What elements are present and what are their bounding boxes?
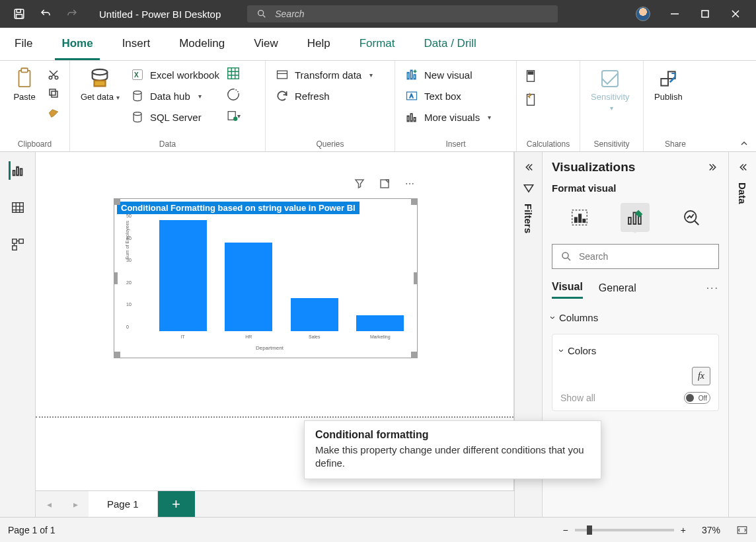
svg-rect-48 bbox=[634, 213, 636, 225]
format-visual-icon[interactable] bbox=[621, 203, 650, 232]
filter-icon bbox=[523, 182, 535, 194]
tooltip-conditional-formatting: Conditional formatting Make this propert… bbox=[304, 420, 601, 479]
paste-button[interactable]: Paste bbox=[7, 65, 42, 137]
dataverse-icon[interactable] bbox=[226, 66, 241, 81]
columns-section[interactable]: ›Columns bbox=[552, 308, 719, 327]
group-sensitivity: Sensitivity bbox=[587, 137, 636, 151]
focus-mode-icon[interactable] bbox=[377, 176, 392, 191]
svg-rect-41 bbox=[12, 246, 16, 250]
tab-format[interactable]: Format bbox=[345, 27, 410, 60]
show-all-label: Show all bbox=[560, 393, 595, 403]
svg-rect-21 bbox=[407, 73, 409, 79]
filters-label: Filters bbox=[523, 204, 534, 233]
text-box-button[interactable]: AText box bbox=[402, 87, 494, 104]
transform-icon bbox=[275, 67, 289, 82]
svg-rect-7 bbox=[21, 68, 28, 72]
data-hub-icon bbox=[130, 89, 145, 103]
refresh-button[interactable]: Refresh bbox=[272, 87, 375, 104]
excel-workbook-button[interactable]: XExcel workbook bbox=[128, 66, 222, 83]
recent-sources-icon[interactable] bbox=[226, 87, 241, 102]
report-view-icon[interactable] bbox=[9, 161, 27, 180]
svg-rect-26 bbox=[407, 116, 409, 121]
more-visuals-icon bbox=[404, 110, 419, 124]
svg-rect-11 bbox=[50, 89, 56, 95]
svg-rect-38 bbox=[12, 203, 23, 213]
sql-icon bbox=[130, 110, 145, 124]
zoom-out-icon[interactable]: − bbox=[563, 525, 568, 535]
model-view-icon[interactable] bbox=[9, 235, 27, 254]
next-page-icon[interactable]: ▸ bbox=[62, 491, 89, 517]
database-icon bbox=[89, 67, 111, 90]
maximize-icon[interactable] bbox=[699, 8, 711, 20]
sql-server-button[interactable]: SQL Server bbox=[128, 108, 222, 126]
add-page-button[interactable]: + bbox=[158, 491, 195, 517]
textbox-icon: A bbox=[404, 89, 419, 103]
fit-page-icon[interactable] bbox=[736, 524, 748, 536]
svg-rect-17 bbox=[228, 68, 239, 79]
get-data-button[interactable]: Get data▾ bbox=[77, 65, 124, 137]
subtab-visual[interactable]: Visual bbox=[552, 281, 583, 299]
collapse-ribbon-icon[interactable] bbox=[739, 138, 749, 149]
new-visual-button[interactable]: New visual bbox=[402, 66, 494, 83]
close-icon[interactable] bbox=[730, 8, 741, 20]
svg-rect-10 bbox=[52, 91, 57, 97]
tab-view[interactable]: View bbox=[239, 27, 293, 60]
svg-rect-32 bbox=[602, 71, 618, 87]
tab-modeling[interactable]: Modeling bbox=[165, 27, 239, 60]
bar-chart-visual[interactable]: ⋯ Conditional Formatting based on string… bbox=[114, 198, 418, 358]
tab-file[interactable]: File bbox=[0, 27, 47, 60]
svg-text:X: X bbox=[134, 71, 139, 79]
build-visual-icon[interactable] bbox=[565, 203, 594, 232]
tab-home[interactable]: Home bbox=[47, 27, 107, 60]
minimize-icon[interactable] bbox=[669, 8, 681, 20]
transform-data-button[interactable]: Transform data▾ bbox=[272, 66, 375, 83]
new-measure-icon[interactable] bbox=[523, 69, 538, 83]
subtab-more[interactable]: ··· bbox=[706, 282, 719, 298]
cut-icon[interactable] bbox=[46, 67, 61, 82]
show-all-toggle[interactable]: Off bbox=[684, 392, 710, 404]
copy-icon[interactable] bbox=[46, 86, 61, 100]
tab-data-drill[interactable]: Data / Drill bbox=[410, 27, 491, 60]
save-icon[interactable] bbox=[12, 7, 26, 21]
visual-filter-icon[interactable] bbox=[352, 176, 367, 191]
quick-measure-icon[interactable] bbox=[523, 93, 538, 107]
tooltip-title: Conditional formatting bbox=[315, 429, 590, 441]
data-view-icon[interactable] bbox=[9, 198, 27, 217]
more-visuals-button[interactable]: More visuals▾ bbox=[402, 108, 494, 126]
visual-options-icon[interactable]: ⋯ bbox=[402, 176, 417, 191]
title-bar: Untitled - Power BI Desktop Search bbox=[0, 0, 756, 28]
svg-rect-23 bbox=[414, 75, 416, 79]
excel-icon: X bbox=[130, 67, 145, 82]
expand-left-icon[interactable] bbox=[523, 161, 535, 173]
data-hub-button[interactable]: Data hub▾ bbox=[128, 87, 222, 104]
chart-title: Conditional Formatting based on string v… bbox=[117, 202, 359, 214]
svg-text:A: A bbox=[410, 93, 414, 99]
view-rail bbox=[0, 152, 36, 517]
undo-icon[interactable] bbox=[38, 7, 53, 21]
data-pane-collapsed[interactable]: Data bbox=[728, 152, 756, 517]
svg-rect-40 bbox=[19, 239, 22, 243]
enter-data-icon[interactable]: ▾ bbox=[226, 108, 241, 123]
user-avatar[interactable] bbox=[636, 7, 650, 21]
svg-rect-6 bbox=[19, 71, 30, 87]
publish-icon bbox=[657, 67, 679, 90]
page-tab-1[interactable]: Page 1 bbox=[89, 491, 158, 517]
format-search[interactable]: Search bbox=[552, 244, 719, 269]
expand-left-icon[interactable] bbox=[737, 161, 749, 173]
format-painter-icon[interactable] bbox=[46, 104, 61, 119]
page-tabs: ◂ ▸ Page 1 + bbox=[36, 490, 514, 517]
global-search[interactable]: Search bbox=[247, 5, 558, 22]
tab-insert[interactable]: Insert bbox=[108, 27, 165, 60]
publish-button[interactable]: Publish bbox=[650, 65, 687, 137]
colors-section[interactable]: ›Colors bbox=[560, 341, 710, 360]
svg-point-16 bbox=[133, 112, 141, 116]
zoom-in-icon[interactable]: + bbox=[681, 525, 686, 535]
subtab-general[interactable]: General bbox=[599, 282, 636, 298]
prev-page-icon[interactable]: ◂ bbox=[36, 491, 62, 517]
svg-rect-5 bbox=[702, 11, 708, 17]
conditional-formatting-fx-button[interactable]: fx bbox=[692, 367, 710, 385]
analytics-icon[interactable] bbox=[677, 203, 706, 232]
zoom-slider[interactable] bbox=[575, 529, 674, 531]
collapse-right-icon[interactable] bbox=[707, 161, 719, 173]
tab-help[interactable]: Help bbox=[293, 27, 345, 60]
